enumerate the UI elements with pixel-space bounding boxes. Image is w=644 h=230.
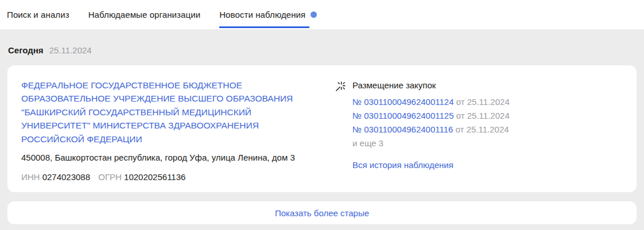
ogrn-label: ОГРН [98,172,122,182]
event-content: Размещение закупок № 0301100049624001124… [352,80,510,192]
organization-name-link[interactable]: ФЕДЕРАЛЬНОЕ ГОСУДАРСТВЕННОЕ БЮДЖЕТНОЕ ОБ… [21,79,323,146]
event-block: Размещение закупок № 0301100049624001124… [335,79,510,192]
tab-label: Наблюдаемые организации [88,10,201,20]
organization-info: ФЕДЕРАЛЬНОЕ ГОСУДАРСТВЕННОЕ БЮДЖЕТНОЕ ОБ… [21,79,335,192]
procurement-item: № 0301100049624001116 от 25.11.2024 [352,123,510,137]
procurement-number-link[interactable]: № 0301100049624001125 [352,111,454,120]
procurement-number-link[interactable]: № 0301100049624001124 [352,97,454,107]
tab-label: Поиск и анализ [7,10,69,20]
news-feed: Сегодня 25.11.2024 ФЕДЕРАЛЬНОЕ ГОСУДАРСТ… [0,29,644,230]
spark-icon [335,81,346,92]
more-items-count: и еще 3 [352,137,510,150]
procurement-item: № 0301100049624001125 от 25.11.2024 [352,109,510,123]
tab-label: Новости наблюдения [219,10,305,20]
show-older-bar: Показать более старые [7,201,637,224]
procurement-date: от 25.11.2024 [453,124,509,134]
tab-watched-organizations[interactable]: Наблюдаемые организации [88,0,201,29]
organization-ids: ИНН 0274023088 ОГРН 1020202561136 [21,172,335,182]
tab-bar: Поиск и анализ Наблюдаемые организации Н… [0,0,644,29]
ogrn-value: 1020202561136 [124,172,185,182]
procurement-item: № 0301100049624001124 от 25.11.2024 [352,95,510,109]
tab-watch-news[interactable]: Новости наблюдения [219,0,317,29]
date-group-label: Сегодня [8,45,44,55]
inn-value: 0274023088 [42,172,90,182]
date-group-value: 25.11.2024 [49,45,92,55]
news-card: ФЕДЕРАЛЬНОЕ ГОСУДАРСТВЕННОЕ БЮДЖЕТНОЕ ОБ… [7,65,637,192]
full-history-link[interactable]: Вся история наблюдения [352,160,453,170]
procurement-list: № 0301100049624001124 от 25.11.2024 № 03… [352,95,510,137]
date-group-header: Сегодня 25.11.2024 [7,29,637,65]
unread-badge-dot [311,11,317,18]
tab-search-analysis[interactable]: Поиск и анализ [7,0,69,29]
procurement-number-link[interactable]: № 0301100049624001116 [352,124,453,134]
event-title: Размещение закупок [352,80,510,90]
organization-address: 450008, Башкортостан республика, город У… [21,153,335,162]
procurement-date: от 25.11.2024 [454,97,510,107]
inn-label: ИНН [21,172,40,182]
show-older-link[interactable]: Показать более старые [275,208,369,218]
procurement-date: от 25.11.2024 [454,111,510,120]
